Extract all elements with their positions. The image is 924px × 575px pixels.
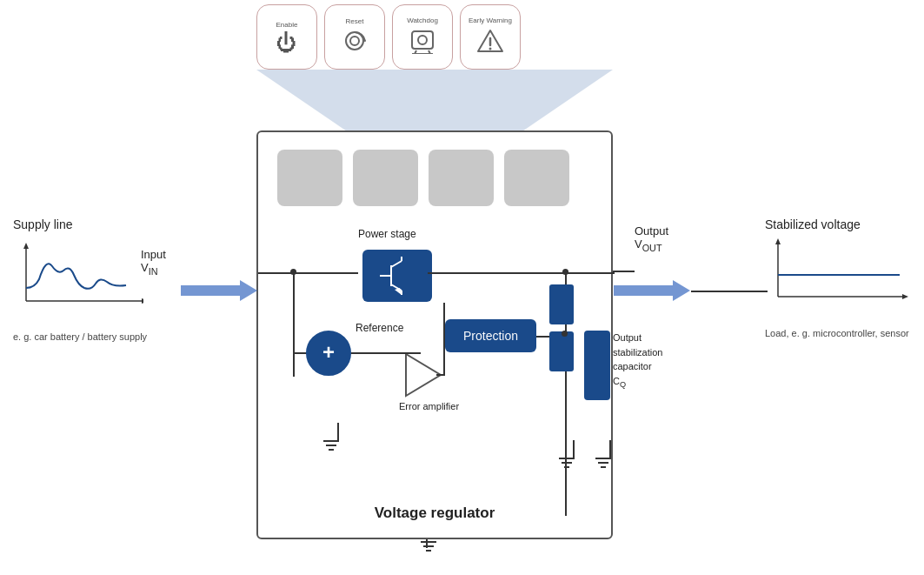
error-amp-symbol: [402, 354, 445, 398]
ground-res: [559, 440, 575, 468]
stabilized-title: Stabilized voltage: [765, 217, 909, 231]
stabilized-desc: Load, e. g. microcontroller, sensor: [765, 326, 909, 342]
reset-label: Reset: [346, 17, 364, 25]
output-label: OutputVOUT: [635, 224, 668, 253]
wire-power-to-right: [428, 272, 615, 274]
output-arrow: [614, 280, 690, 301]
supply-section: Supply line e. g. car battery / battery …: [13, 217, 147, 344]
watchdog-label: Watchdog: [407, 17, 438, 24]
reset-icon-box[interactable]: Reset: [324, 4, 385, 70]
svg-marker-17: [406, 354, 441, 396]
warning-icon: [475, 28, 505, 57]
main-diagram: Enable ⏻ Reset Watchdog: [0, 0, 924, 575]
cap-sub: Q: [620, 380, 626, 389]
gray-box-row: [277, 150, 569, 206]
output-cap: [584, 331, 610, 400]
wire-left-to-power: [258, 272, 358, 274]
supply-desc: e. g. car battery / battery supply: [13, 331, 147, 344]
early-warning-label: Early Warning: [469, 17, 512, 24]
resistor-top: [549, 284, 574, 371]
error-amp-label: Error amplifier: [399, 400, 459, 412]
early-warning-icon-box[interactable]: Early Warning: [460, 4, 521, 70]
vreg-label: Voltage regulator: [375, 505, 495, 522]
protection-box: Protection: [445, 319, 536, 352]
protection-label: Protection: [463, 329, 518, 343]
ground-main: [421, 541, 436, 552]
input-label: InputVIN: [141, 248, 166, 277]
watchdog-icon: [408, 28, 437, 57]
enable-icon: ⏻: [276, 32, 297, 53]
svg-point-3: [418, 36, 427, 44]
ground-ref: [323, 423, 339, 451]
supply-chart: [13, 236, 143, 323]
funnel-shape: [256, 70, 613, 135]
vout-sub: OUT: [642, 243, 662, 253]
svg-rect-2: [412, 31, 433, 49]
svg-marker-9: [256, 70, 613, 135]
svg-point-1: [350, 37, 359, 45]
dot-right-junction: [562, 269, 568, 275]
gray-box-4: [504, 150, 569, 206]
wire-out-stab: [691, 291, 768, 292]
top-icons-row: Enable ⏻ Reset Watchdog: [256, 4, 521, 70]
svg-marker-22: [181, 280, 257, 301]
svg-line-12: [391, 261, 402, 267]
vin-sub: IN: [149, 266, 158, 277]
gray-box-3: [429, 150, 494, 206]
voltage-regulator-box: Voltage regulator Power stage: [256, 130, 613, 539]
input-arrow: [181, 280, 257, 301]
reset-icon: [341, 29, 369, 57]
power-stage-label: Power stage: [358, 228, 416, 240]
dot-mid-res: [562, 331, 568, 337]
svg-marker-23: [614, 280, 690, 301]
reference-circle: +: [306, 331, 351, 376]
ground-cap: [595, 440, 611, 468]
svg-marker-21: [23, 243, 29, 249]
svg-marker-27: [775, 238, 781, 244]
watchdog-icon-box[interactable]: Watchdog: [392, 4, 453, 70]
stabilized-chart: [765, 236, 908, 314]
power-stage-box: [362, 250, 432, 302]
dot-left-junction: [290, 269, 296, 275]
enable-icon-box[interactable]: Enable ⏻: [256, 4, 317, 70]
gray-box-2: [353, 150, 418, 206]
svg-marker-26: [902, 294, 908, 299]
enable-label: Enable: [276, 21, 298, 29]
svg-point-8: [489, 48, 492, 50]
output-cap-label: Outputstabilizationcapacitor CQ: [613, 331, 662, 391]
svg-marker-20: [142, 298, 143, 304]
reference-label: Reference: [356, 322, 403, 334]
gray-box-1: [277, 150, 342, 206]
stabilized-section: Stabilized voltage Load, e. g. microcont…: [765, 217, 909, 342]
transistor-symbol: [376, 257, 419, 295]
wire-v-left: [293, 272, 295, 377]
wire-ground-main: [426, 539, 428, 548]
supply-title: Supply line: [13, 217, 147, 231]
wire-vreg-out: [613, 271, 635, 272]
plus-sign: +: [322, 342, 335, 363]
